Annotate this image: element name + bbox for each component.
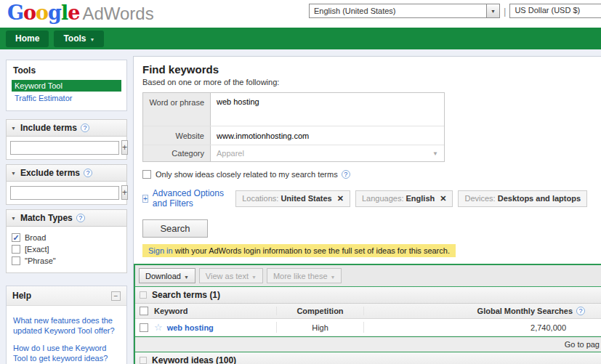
word-or-phrase-input[interactable]: web hosting bbox=[211, 93, 444, 124]
row-checkbox[interactable] bbox=[140, 323, 148, 332]
help-icon[interactable]: ? bbox=[81, 124, 89, 132]
exclude-terms-title: Exclude terms bbox=[20, 168, 80, 178]
category-select-value: Apparel bbox=[211, 145, 444, 161]
broad-label: Broad bbox=[25, 233, 46, 242]
help-link[interactable]: How do I use the Keyword Tool to get key… bbox=[13, 343, 120, 364]
help-icon[interactable]: ? bbox=[76, 214, 85, 222]
download-button[interactable]: Download▼ bbox=[139, 268, 195, 283]
chip-label: Locations: bbox=[242, 194, 278, 203]
exact-label: [Exact] bbox=[25, 245, 49, 254]
exclude-terms-add-button[interactable]: + bbox=[121, 185, 128, 200]
help-panel-header: Help − bbox=[7, 286, 126, 306]
broad-checkbox[interactable]: ✓ bbox=[12, 233, 20, 242]
nav-tab-tools-label: Tools bbox=[63, 33, 86, 44]
collapse-triangle-icon: ▼ bbox=[11, 171, 16, 176]
pagination-bar: Go to pag bbox=[135, 336, 601, 352]
devices-chip: Devices: Desktops and laptops bbox=[458, 190, 587, 207]
exact-checkbox[interactable] bbox=[12, 245, 20, 254]
collapse-triangle-icon: ▼ bbox=[11, 216, 16, 221]
nav-tab-home-label: Home bbox=[15, 33, 39, 44]
remove-locations-icon[interactable]: ✕ bbox=[337, 194, 344, 203]
dropdown-icon: ▼ bbox=[491, 9, 496, 14]
phrase-checkbox[interactable] bbox=[12, 256, 20, 265]
locations-chip: Locations: United States✕ bbox=[235, 190, 350, 207]
keyword-search-form: Word or phrase web hosting Website Categ… bbox=[142, 92, 445, 162]
keyword-ideas-section-header[interactable]: Keyword ideas (100) bbox=[135, 352, 601, 364]
include-terms-add-button[interactable]: + bbox=[121, 140, 128, 155]
searches-column-header: Global Monthly Searches bbox=[477, 307, 573, 315]
view-as-text-button: View as text▼ bbox=[199, 268, 263, 283]
remove-languages-icon[interactable]: ✕ bbox=[440, 194, 446, 203]
match-types-title: Match Types bbox=[20, 213, 73, 223]
language-select[interactable]: English (United States) ▼ bbox=[309, 4, 500, 18]
help-icon[interactable]: ? bbox=[576, 307, 585, 315]
help-link[interactable]: What new features does the updated Keywo… bbox=[13, 315, 120, 336]
select-all-checkbox[interactable] bbox=[140, 307, 148, 315]
view-as-text-label: View as text bbox=[206, 272, 249, 280]
results-toolbar: Download▼ View as text▼ More like these▼ bbox=[135, 265, 601, 287]
keyword-link[interactable]: web hosting bbox=[167, 323, 214, 332]
help-icon[interactable]: ? bbox=[84, 169, 92, 177]
keyword-link-bold: web hosting bbox=[167, 323, 214, 332]
closely-related-checkbox[interactable] bbox=[142, 170, 151, 179]
chip-value: United States bbox=[281, 194, 331, 203]
chip-label: Languages: bbox=[362, 194, 404, 203]
include-terms-header[interactable]: ▼ Include terms ? bbox=[6, 119, 127, 137]
include-terms-title: Include terms bbox=[20, 123, 77, 133]
currency-select[interactable]: US Dollar (USD $) bbox=[509, 4, 601, 18]
search-terms-section-header[interactable]: Search terms (1) bbox=[135, 287, 601, 304]
exclude-terms-body: + bbox=[6, 182, 127, 205]
more-like-these-button: More like these▼ bbox=[267, 268, 342, 283]
include-terms-input[interactable] bbox=[10, 141, 119, 155]
category-row: Category Apparel ▼ bbox=[143, 145, 444, 161]
chevron-down-icon: ▼ bbox=[251, 275, 257, 280]
chip-value: English bbox=[406, 194, 435, 203]
match-types-header[interactable]: ▼ Match Types ? bbox=[6, 209, 127, 227]
star-icon[interactable]: ☆ bbox=[154, 322, 163, 333]
logo-letter: l bbox=[61, 1, 68, 24]
sidebar-item-keyword-tool[interactable]: Keyword Tool bbox=[12, 80, 121, 92]
sidebar-item-traffic-estimator[interactable]: Traffic Estimator bbox=[12, 92, 121, 104]
help-icon[interactable]: ? bbox=[342, 170, 350, 179]
help-collapse-button[interactable]: − bbox=[111, 291, 121, 301]
exclude-terms-input[interactable] bbox=[10, 186, 119, 200]
nav-tab-tools[interactable]: Tools▼ bbox=[54, 31, 104, 47]
advanced-options-link[interactable]: Advanced Options and Filters bbox=[153, 188, 225, 209]
closely-related-label: Only show ideas closely related to my se… bbox=[156, 170, 338, 179]
searches-value: 2,740,000 bbox=[531, 323, 566, 332]
filter-chips: Locations: United States✕ Languages: Eng… bbox=[235, 190, 592, 207]
word-or-phrase-label: Word or phrase bbox=[143, 93, 211, 126]
chip-value: Desktops and laptops bbox=[498, 194, 581, 203]
content-area: Tools Keyword Tool Traffic Estimator ▼ I… bbox=[0, 49, 601, 364]
exclude-terms-section: ▼ Exclude terms ? + bbox=[6, 164, 127, 205]
collapse-toggle-icon[interactable] bbox=[140, 291, 147, 299]
category-select[interactable]: Apparel ▼ bbox=[211, 145, 444, 161]
sidebar: Tools Keyword Tool Traffic Estimator ▼ I… bbox=[6, 60, 127, 364]
website-label: Website bbox=[143, 126, 211, 145]
product-name: AdWords bbox=[82, 4, 153, 23]
search-button[interactable]: Search bbox=[142, 219, 208, 238]
logo-letter: g bbox=[48, 1, 61, 24]
exclude-terms-header[interactable]: ▼ Exclude terms ? bbox=[6, 164, 127, 182]
logo-letter: e bbox=[68, 1, 79, 24]
language-select-arrow[interactable]: ▼ bbox=[486, 4, 499, 17]
competition-value: High bbox=[312, 323, 328, 332]
adwords-keyword-tool-page: GoogleAdWords English (United States) ▼ … bbox=[0, 0, 601, 364]
logo-letter: G bbox=[7, 1, 23, 24]
nav-tab-home[interactable]: Home bbox=[6, 31, 49, 47]
phrase-label: "Phrase" bbox=[25, 256, 56, 265]
main-panel: Find keywords Based on one or more of th… bbox=[133, 56, 601, 364]
header-separator: | bbox=[504, 6, 506, 17]
help-panel: Help − What new features does the update… bbox=[6, 286, 127, 364]
sign-in-link[interactable]: Sign in bbox=[148, 246, 173, 255]
language-select-value: English (United States) bbox=[310, 7, 486, 15]
website-row: Website bbox=[143, 126, 444, 145]
website-input[interactable] bbox=[211, 126, 444, 145]
header-controls: English (United States) ▼ | US Dollar (U… bbox=[309, 4, 601, 18]
keyword-ideas-title: Keyword ideas (100) bbox=[152, 355, 236, 364]
advanced-options-row: + Advanced Options and Filters Locations… bbox=[142, 188, 592, 209]
collapse-toggle-icon[interactable] bbox=[140, 357, 147, 364]
search-terms-header-row: Keyword Competition Global Monthly Searc… bbox=[135, 304, 601, 319]
top-header: GoogleAdWords English (United States) ▼ … bbox=[0, 0, 601, 28]
logo-letter: o bbox=[36, 1, 48, 24]
